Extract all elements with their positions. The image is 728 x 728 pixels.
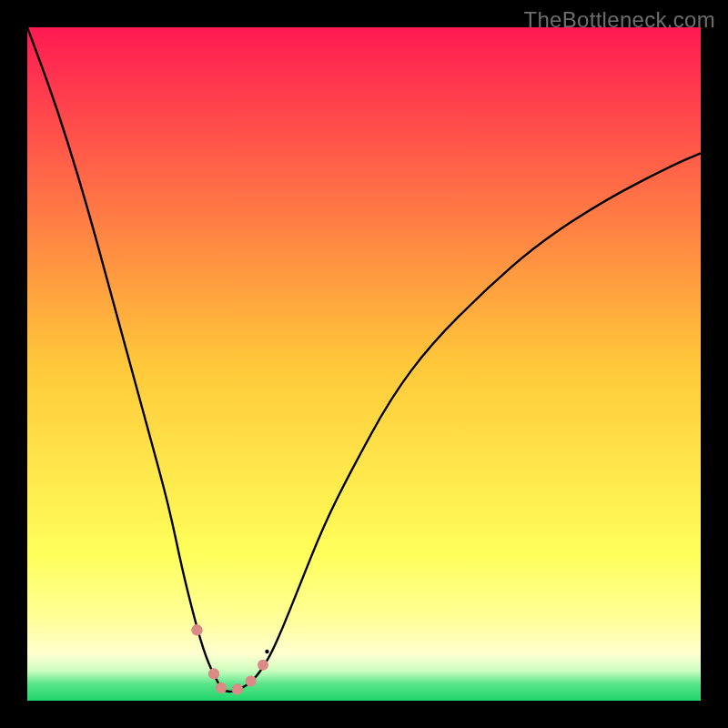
marker-left-upper [191,624,202,635]
chart-frame: TheBottleneck.com [0,0,728,728]
marker-min-right [232,683,243,694]
watermark-text: TheBottleneck.com [523,7,715,33]
plot-svg [27,27,701,701]
marker-right-dot [265,650,268,653]
marker-right-upper [258,660,268,671]
plot-area [27,27,701,701]
gradient-background [27,27,701,701]
marker-left-main [208,668,219,679]
marker-right-main [246,675,257,686]
marker-min-left [216,682,227,693]
